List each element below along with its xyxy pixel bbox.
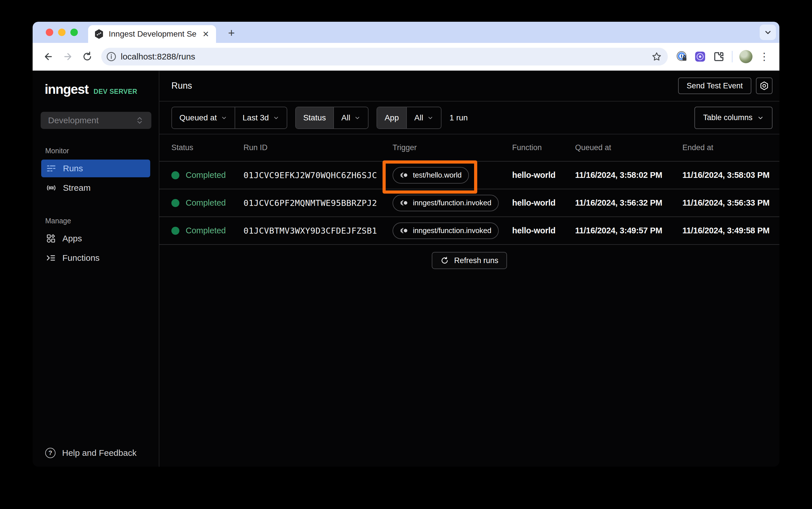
chevron-down-icon [427, 115, 433, 121]
section-label-monitor: Monitor [45, 147, 146, 155]
refresh-runs-button[interactable]: Refresh runs [432, 252, 507, 269]
ended-at: 11/16/2024, 3:56:33 PM [682, 198, 773, 208]
status-text: Completed [186, 226, 226, 235]
ended-at: 11/16/2024, 3:49:58 PM [682, 226, 773, 235]
time-range-dropdown[interactable]: Last 3d [235, 107, 287, 128]
ended-at: 11/16/2024, 3:58:03 PM [682, 170, 773, 180]
browser-window: Inngest Development Server ✕ + localhost… [33, 22, 779, 467]
event-trigger-icon [400, 199, 409, 207]
sidebar-item-functions[interactable]: Functions [41, 249, 150, 267]
environment-select[interactable]: Development [41, 112, 151, 129]
browser-menu-button[interactable]: ⋮ [756, 48, 772, 65]
url-bar[interactable]: localhost:8288/runs [101, 48, 668, 66]
table-row[interactable]: Completed 01JCVC6PF2MQNMTWE95BBRZPJ2 inn… [159, 189, 779, 217]
toolbar-divider [732, 51, 733, 62]
password-manager-extension-icon[interactable] [674, 48, 689, 65]
maximize-window-button[interactable] [70, 29, 78, 36]
col-function: Function [512, 143, 575, 152]
back-button[interactable] [40, 48, 57, 65]
stream-broadcast-icon [46, 183, 56, 193]
functions-icon [46, 253, 56, 263]
sidebar-item-stream[interactable]: Stream [41, 179, 150, 197]
sidebar-item-runs[interactable]: Runs [41, 160, 150, 177]
queued-at: 11/16/2024, 3:49:57 PM [575, 226, 682, 235]
time-filter: Queued at Last 3d [171, 107, 287, 129]
status-filter-dropdown[interactable]: All [334, 107, 368, 128]
table-row[interactable]: Completed 01JCVBTMV3WXY9D3CFDEJFZSB1 inn… [159, 217, 779, 245]
inngest-logo: inngest [45, 81, 89, 97]
new-tab-button[interactable]: + [225, 26, 238, 39]
table-columns-button[interactable]: Table columns [694, 107, 773, 129]
help-and-feedback[interactable]: ? Help and Feedback [33, 448, 159, 458]
refresh-icon [440, 256, 449, 265]
table-row[interactable]: Completed 01JCVC9EFKJ2W70WQHC6ZH6SJC tes… [159, 162, 779, 189]
app-filter-label: App [377, 107, 406, 128]
reload-button[interactable] [79, 48, 96, 65]
send-test-event-button[interactable]: Send Test Event [678, 77, 751, 94]
run-id: 01JCVC6PF2MQNMTWE95BBRZPJ2 [243, 198, 393, 208]
col-queued-at: Queued at [575, 143, 682, 152]
status-text: Completed [186, 170, 226, 180]
main-panel: Runs Send Test Event Queued at [159, 71, 779, 467]
browser-tab[interactable]: Inngest Development Server ✕ [88, 25, 216, 43]
app-filter-dropdown[interactable]: All [407, 107, 441, 128]
page-title: Runs [171, 81, 192, 91]
filter-bar: Queued at Last 3d Status All [159, 102, 779, 134]
time-field-dropdown[interactable]: Queued at [172, 107, 235, 128]
site-info-icon[interactable] [106, 51, 117, 62]
close-tab-icon[interactable]: ✕ [201, 29, 210, 39]
bookmark-star-icon[interactable] [649, 48, 664, 65]
function-name: hello-world [512, 170, 575, 180]
profile-avatar[interactable] [738, 48, 754, 65]
status-filter-label: Status [296, 107, 333, 128]
minimize-window-button[interactable] [58, 29, 66, 36]
col-status: Status [171, 143, 243, 152]
sidebar-item-apps[interactable]: Apps [41, 230, 150, 247]
help-question-icon: ? [45, 448, 56, 458]
queued-at: 11/16/2024, 3:58:02 PM [575, 170, 682, 180]
dev-server-badge: DEV SERVER [94, 88, 137, 96]
logo-row: inngest DEV SERVER [33, 81, 159, 97]
apps-icon [46, 234, 56, 243]
section-label-manage: Manage [45, 217, 146, 225]
extensions-puzzle-icon[interactable] [711, 48, 726, 65]
app-filter: App All [377, 107, 442, 129]
function-name: hello-world [512, 198, 575, 208]
tab-search-button[interactable] [760, 25, 776, 40]
browser-extension-icon[interactable] [692, 48, 708, 65]
window-controls [46, 22, 78, 43]
trigger-badge[interactable]: inngest/function.invoked [393, 223, 499, 239]
col-run-id: Run ID [243, 143, 393, 152]
chevron-down-icon [764, 28, 772, 37]
chevron-down-icon [273, 115, 279, 121]
status-text: Completed [186, 198, 226, 208]
app-content: inngest DEV SERVER Development Monitor R… [33, 71, 779, 467]
close-window-button[interactable] [46, 29, 53, 36]
chevron-down-icon [221, 115, 227, 121]
runs-icon [46, 164, 56, 173]
status-dot [171, 171, 180, 179]
page-header: Runs Send Test Event [159, 71, 779, 102]
forward-button[interactable] [60, 48, 76, 65]
status-dot [171, 227, 180, 235]
sidebar: inngest DEV SERVER Development Monitor R… [33, 71, 159, 467]
queued-at: 11/16/2024, 3:56:32 PM [575, 198, 682, 208]
tab-title: Inngest Development Server [109, 29, 197, 39]
function-name: hello-world [512, 226, 575, 235]
run-id: 01JCVC9EFKJ2W70WQHC6ZH6SJC [243, 170, 393, 180]
event-trigger-icon [400, 171, 409, 179]
status-filter: Status All [295, 107, 369, 129]
settings-gear-button[interactable] [756, 77, 773, 94]
browser-tabstrip: Inngest Development Server ✕ + [33, 22, 779, 43]
gear-icon [759, 81, 769, 91]
chevron-down-icon [757, 114, 764, 121]
trigger-badge[interactable]: test/hello.world [393, 167, 469, 183]
url-text[interactable]: localhost:8288/runs [121, 52, 645, 62]
trigger-badge[interactable]: inngest/function.invoked [393, 195, 499, 211]
table-header-row: Status Run ID Trigger Function Queued at… [159, 134, 779, 162]
status-dot [171, 199, 180, 207]
run-id: 01JCVBTMV3WXY9D3CFDEJFZSB1 [243, 226, 393, 236]
chevron-down-icon [354, 115, 360, 121]
col-trigger: Trigger [393, 143, 512, 152]
result-count: 1 run [450, 113, 468, 123]
